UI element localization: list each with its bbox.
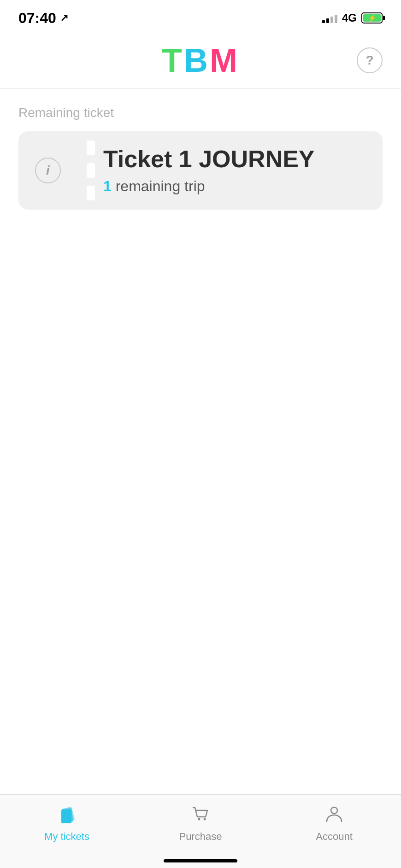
svg-rect-2: [61, 809, 71, 823]
ticket-details: Ticket 1 JOURNEY 1 remaining trip: [103, 146, 315, 195]
help-icon: ?: [366, 53, 373, 68]
nav-item-account[interactable]: Account: [267, 804, 401, 843]
trips-label: remaining trip: [112, 178, 205, 194]
home-indicator: [164, 859, 237, 862]
nav-label-my-tickets: My tickets: [44, 831, 89, 843]
status-icons: 4G ⚡: [322, 12, 383, 24]
status-bar: 07:40 ↗ 4G ⚡: [0, 0, 401, 32]
network-type: 4G: [342, 12, 357, 24]
purchase-icon: [190, 804, 211, 827]
status-time: 07:40 ↗: [18, 10, 68, 27]
nav-item-my-tickets[interactable]: My tickets: [0, 804, 134, 843]
bottom-nav: My tickets Purchase Account: [0, 794, 401, 868]
app-logo: TBM: [162, 41, 239, 79]
svg-point-4: [204, 818, 206, 821]
battery-charging-icon: ⚡: [368, 14, 376, 22]
nav-label-purchase: Purchase: [179, 831, 222, 843]
ticket-notch: [87, 131, 95, 210]
section-label: Remaining ticket: [18, 106, 383, 120]
my-tickets-icon: [57, 804, 77, 827]
svg-point-3: [198, 818, 200, 821]
logo-t: T: [162, 42, 184, 79]
app-header: TBM ?: [0, 32, 401, 89]
ticket-info-icon[interactable]: i: [35, 158, 61, 183]
ticket-card[interactable]: i Ticket 1 JOURNEY 1 remaining trip: [18, 131, 383, 210]
main-content: Remaining ticket i Ticket 1 JOURNEY 1 re…: [0, 89, 401, 226]
time-display: 07:40: [18, 10, 56, 27]
help-button[interactable]: ?: [357, 47, 383, 73]
ticket-title: Ticket 1 JOURNEY: [103, 146, 315, 172]
battery-icon: ⚡: [361, 12, 383, 23]
nav-label-account: Account: [316, 831, 353, 843]
nav-item-purchase[interactable]: Purchase: [134, 804, 267, 843]
account-icon: [324, 804, 344, 827]
logo-m: M: [210, 42, 239, 79]
trips-count: 1: [103, 178, 112, 194]
location-arrow-icon: ↗: [60, 12, 68, 24]
logo-b: B: [184, 42, 210, 79]
signal-bars-icon: [322, 13, 337, 23]
ticket-trips: 1 remaining trip: [103, 178, 315, 195]
svg-point-5: [331, 807, 337, 814]
